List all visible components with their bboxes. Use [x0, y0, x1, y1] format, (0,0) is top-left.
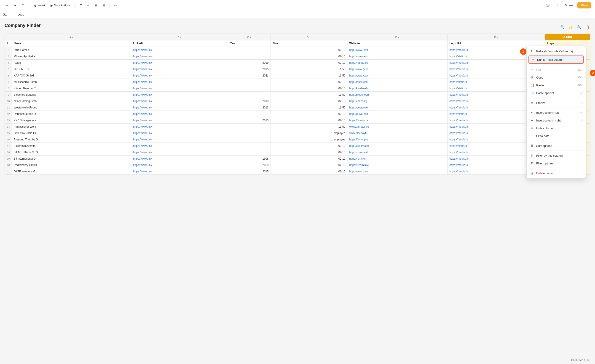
share-button[interactable]: Share — [563, 3, 575, 8]
menu-paste[interactable]: 📋 Paste ⌘V — [527, 81, 586, 89]
size-cell[interactable]: 02-10 — [270, 85, 347, 92]
align-button[interactable]: ≡ — [85, 3, 91, 8]
col-header-A[interactable]: A ▼ — [12, 34, 131, 41]
size-cell[interactable]: 1 employee — [270, 130, 347, 136]
website-cell[interactable]: http://musiksch — [347, 79, 447, 85]
linkedin-cell[interactable]: https://www.link — [131, 47, 228, 53]
website-cell[interactable]: https://sj-intern — [347, 156, 447, 162]
menu-paste-special[interactable]: 📄 Paste special › — [527, 89, 586, 97]
paint-button[interactable]: ✏ — [113, 3, 119, 8]
menu-insert-col-left[interactable]: ⇤ Insert column left › — [527, 109, 586, 117]
year-cell[interactable]: 2023 — [228, 117, 270, 124]
website-cell[interactable]: www.paritaet-be — [347, 124, 447, 130]
website-cell[interactable]: www.littleboyfil — [347, 130, 447, 136]
linkedin-cell[interactable]: https://www.link — [131, 124, 228, 130]
size-cell[interactable]: 11-50 — [270, 92, 347, 98]
year-cell[interactable]: 2019 — [228, 60, 270, 66]
name-cell[interactable]: XYZ Strategiebera — [12, 117, 131, 124]
size-cell[interactable]: 02-10 — [270, 168, 347, 175]
col-header-G[interactable]: G Σ ▼ — [545, 34, 590, 41]
name-cell[interactable]: Little Boy Films Gr — [12, 130, 131, 136]
website-cell[interactable]: http://elektrosac — [347, 143, 447, 149]
name-cell[interactable]: Bleached Butterfly — [12, 92, 131, 98]
table-button[interactable]: ⊞ — [93, 3, 99, 8]
year-cell[interactable]: 2015 — [228, 66, 270, 72]
linkedin-cell[interactable]: https://www.link — [131, 92, 228, 98]
size-cell[interactable]: 11-50 — [270, 72, 347, 79]
name-cell[interactable]: Westerwelle Found — [12, 104, 131, 111]
name-cell[interactable]: Möwen-Apotheke — [12, 53, 131, 60]
size-cell[interactable]: 02-10 — [270, 47, 347, 53]
website-cell[interactable]: http://www.ultra — [347, 47, 447, 53]
linkedin-cell[interactable]: https://www.link — [131, 136, 228, 143]
year-cell[interactable]: 2021 — [228, 72, 270, 79]
website-cell[interactable]: http://bleachedb — [347, 92, 447, 98]
year-cell[interactable] — [228, 136, 270, 143]
comment-button[interactable]: 💬 — [544, 3, 551, 8]
linkedin-cell[interactable]: https://www.link — [131, 168, 228, 175]
year-cell[interactable]: 2015 — [228, 168, 270, 175]
menu-edit-formula[interactable]: ✏ Edit formula column — [528, 55, 584, 64]
size-cell[interactable]: 02-10 — [270, 53, 347, 60]
name-cell[interactable]: GEFERTEC — [12, 66, 131, 72]
menu-hide-column[interactable]: 👁 Hide column — [527, 124, 586, 132]
size-cell[interactable]: 02-10 — [270, 98, 347, 104]
name-cell[interactable]: Apato — [12, 60, 131, 66]
year-cell[interactable] — [228, 143, 270, 149]
linkedin-cell[interactable]: https://www.link — [131, 79, 228, 85]
name-cell[interactable]: SJ International G — [12, 156, 131, 162]
year-cell[interactable] — [228, 130, 270, 136]
year-cell[interactable]: 2023 — [228, 162, 270, 168]
size-cell[interactable]: 02-10 — [270, 117, 347, 124]
size-cell[interactable]: 11-50 — [270, 66, 347, 72]
name-cell[interactable]: GATE solutions Gb — [12, 168, 131, 175]
size-cell[interactable]: 02-10 — [270, 149, 347, 156]
name-cell[interactable]: RedMimicry GmbH — [12, 162, 131, 168]
year-cell[interactable] — [228, 92, 270, 98]
website-cell[interactable]: http://coaching. — [347, 98, 447, 104]
year-cell[interactable] — [228, 111, 270, 117]
name-cell[interactable]: Paritätischer Wohl — [12, 124, 131, 130]
website-cell[interactable]: https://apato.co — [347, 60, 447, 66]
menu-copy[interactable]: ⎘ Copy ⌘C — [527, 74, 586, 81]
year-cell[interactable] — [228, 79, 270, 85]
size-cell[interactable]: 02-10 — [270, 79, 347, 85]
col-header-D[interactable]: D ▼ — [270, 34, 347, 41]
menu-filter-options[interactable]: ⚙ Filter options — [527, 159, 586, 167]
col-header-E[interactable]: E ▼ — [347, 34, 447, 41]
linkedin-cell[interactable]: https://www.link — [131, 85, 228, 92]
view-button[interactable]: View — [577, 2, 591, 8]
linkedin-cell[interactable]: https://www.link — [131, 156, 228, 162]
undo-button[interactable]: ↩ — [4, 3, 10, 8]
linkedin-cell[interactable]: https://www.link — [131, 98, 228, 104]
search-icon-btn[interactable]: 🔍 — [559, 24, 566, 30]
website-cell[interactable]: https://www.pre — [347, 136, 447, 143]
size-cell[interactable]: 02-10 — [270, 111, 347, 117]
year-cell[interactable] — [228, 149, 270, 156]
name-cell[interactable]: Ultra Homes — [12, 47, 131, 53]
year-cell[interactable] — [228, 85, 270, 92]
name-cell[interactable]: Dehnschrauben Di — [12, 111, 131, 117]
size-cell[interactable]: 1 employee — [270, 136, 347, 143]
chart-button[interactable]: ⊟ — [101, 3, 107, 8]
name-cell[interactable]: Pressing Thumbs G — [12, 136, 131, 143]
col-header-C[interactable]: C ▼ — [228, 34, 270, 41]
size-cell[interactable]: 02-10 — [270, 162, 347, 168]
website-cell[interactable]: http://www.kaay — [347, 72, 447, 79]
menu-filter-by-column[interactable]: ⚙ Filter by this column — [527, 152, 586, 159]
name-cell[interactable]: Kläber, Bernd u. Ti — [12, 85, 131, 92]
linkedin-cell[interactable]: https://www.link — [131, 117, 228, 124]
linkedin-cell[interactable]: https://www.link — [131, 130, 228, 136]
year-cell[interactable]: 2013 — [228, 104, 270, 111]
website-cell[interactable]: https://redmimic — [347, 162, 447, 168]
size-cell[interactable]: 02-10 — [270, 143, 347, 149]
website-cell[interactable]: http://www.gefe — [347, 66, 447, 72]
website-cell[interactable]: http://moewen- — [347, 53, 447, 60]
history-button[interactable]: ⏱ — [20, 3, 26, 8]
website-cell[interactable]: http://duwe-sch — [347, 111, 447, 117]
name-cell[interactable]: KAAYOO GmbH — [12, 72, 131, 79]
website-cell[interactable]: http://www.gate — [347, 168, 447, 175]
linkedin-cell[interactable]: https://www.link — [131, 60, 228, 66]
ai-icon-btn[interactable]: ✨ — [567, 24, 574, 30]
text-format-button[interactable]: T — [78, 3, 84, 8]
